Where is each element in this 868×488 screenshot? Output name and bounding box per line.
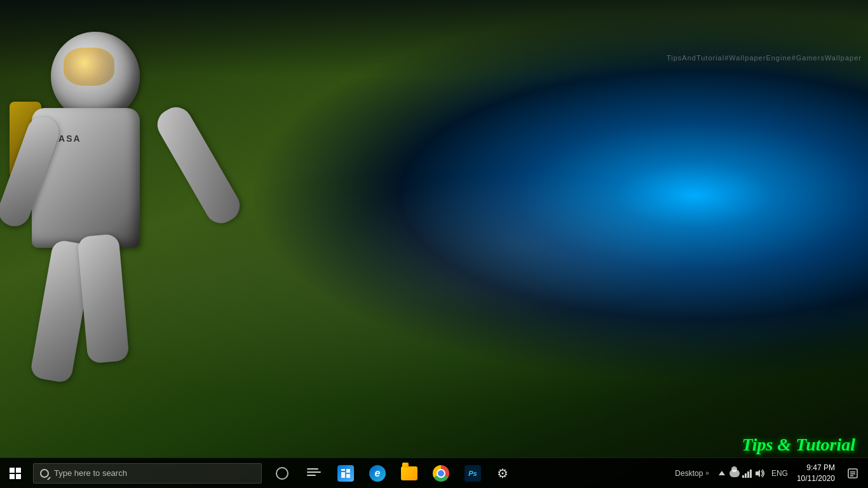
svg-rect-2 bbox=[346, 474, 350, 478]
desktop-show-button[interactable]: Desktop » bbox=[670, 458, 714, 489]
astronaut-leg-right bbox=[77, 234, 129, 364]
chrome-icon bbox=[433, 465, 449, 482]
desktop-label: Desktop bbox=[675, 469, 703, 478]
onedrive-icon bbox=[729, 468, 740, 478]
svg-rect-8 bbox=[750, 470, 752, 478]
windows-logo-icon bbox=[10, 468, 21, 479]
chevron-icon: » bbox=[705, 470, 709, 477]
svg-rect-11 bbox=[850, 471, 855, 473]
tips-tutorial-watermark: Tips & Tutorial bbox=[742, 435, 855, 455]
top-watermark: TipsAndTutorial#WallpaperEngine#GamersWa… bbox=[667, 54, 862, 62]
volume-icon[interactable] bbox=[755, 468, 765, 478]
taskbar: Type here to search bbox=[0, 458, 868, 488]
astronaut-helmet bbox=[51, 32, 140, 121]
chrome-button[interactable] bbox=[426, 458, 456, 489]
astronaut-figure bbox=[0, 19, 229, 464]
task-view-button[interactable] bbox=[299, 458, 329, 489]
start-button[interactable] bbox=[0, 458, 31, 489]
cortana-button[interactable] bbox=[267, 458, 297, 489]
photoshop-button[interactable]: Ps bbox=[458, 458, 488, 489]
edge-button[interactable] bbox=[362, 458, 393, 489]
action-center-button[interactable] bbox=[840, 458, 865, 489]
clock-date: 10/11/2020 bbox=[797, 473, 835, 484]
ms-store-icon bbox=[337, 465, 354, 482]
search-placeholder-text: Type here to search bbox=[54, 468, 127, 478]
desktop: TipsAndTutorial#WallpaperEngine#GamersWa… bbox=[0, 0, 868, 488]
tray-icons-area[interactable] bbox=[714, 458, 768, 489]
language-indicator[interactable]: ENG bbox=[768, 458, 792, 489]
edge-icon bbox=[369, 465, 386, 482]
network-icon bbox=[742, 468, 752, 478]
taskbar-pinned-icons: Ps ⚙ bbox=[267, 458, 520, 489]
cortana-icon bbox=[276, 467, 288, 480]
astronaut-arm-right bbox=[152, 102, 246, 229]
file-explorer-icon bbox=[401, 466, 417, 480]
svg-marker-9 bbox=[756, 470, 760, 477]
system-tray: Desktop » bbox=[670, 458, 868, 489]
settings-gear-icon: ⚙ bbox=[497, 466, 512, 481]
search-bar[interactable]: Type here to search bbox=[33, 463, 262, 484]
task-view-icon bbox=[307, 468, 321, 478]
svg-rect-5 bbox=[742, 475, 744, 478]
clock-area[interactable]: 9:47 PM 10/11/2020 bbox=[792, 458, 840, 489]
svg-rect-6 bbox=[745, 473, 747, 478]
svg-rect-3 bbox=[341, 469, 345, 471]
file-explorer-button[interactable] bbox=[394, 458, 424, 489]
clock-time: 9:47 PM bbox=[806, 463, 835, 473]
svg-rect-13 bbox=[850, 475, 853, 477]
svg-rect-1 bbox=[346, 469, 350, 473]
ms-store-button[interactable] bbox=[330, 458, 361, 489]
svg-rect-7 bbox=[747, 471, 749, 478]
photoshop-icon: Ps bbox=[465, 465, 481, 482]
svg-marker-4 bbox=[719, 471, 725, 475]
show-hidden-icons-button[interactable] bbox=[717, 468, 727, 478]
svg-rect-12 bbox=[850, 473, 855, 475]
settings-button[interactable]: ⚙ bbox=[489, 458, 520, 489]
search-icon bbox=[40, 469, 49, 478]
svg-rect-0 bbox=[341, 472, 345, 478]
